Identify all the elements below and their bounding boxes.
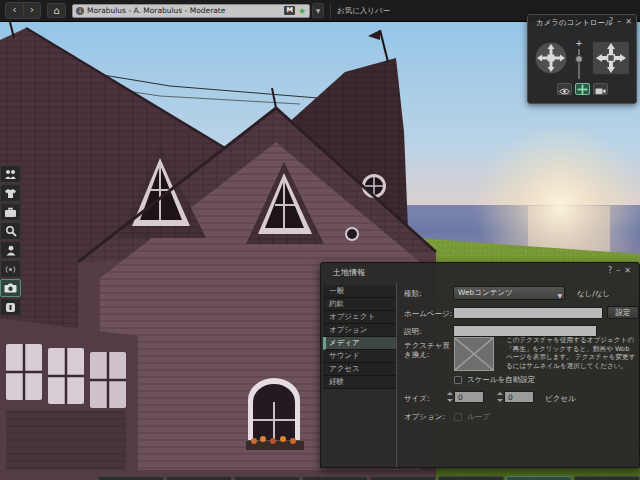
preset-mode-button[interactable]	[593, 83, 608, 95]
back-button[interactable]: ‹	[6, 3, 23, 18]
bottom-button[interactable]	[234, 476, 300, 480]
bottom-button[interactable]	[302, 476, 368, 480]
media-type-dropdown[interactable]: Webコンテンツ ▼	[453, 286, 565, 300]
pixels-label: ピクセル	[545, 394, 576, 404]
flag-icon	[5, 302, 16, 313]
camera-floater-buttons: ? – ✕	[609, 17, 632, 27]
movie-camera-icon	[595, 80, 606, 99]
bottom-button[interactable]	[370, 476, 436, 480]
bottom-toolbar	[98, 476, 640, 480]
bottom-button[interactable]	[438, 476, 504, 480]
homepage-label: ホームページ:	[404, 309, 452, 319]
people-icon	[4, 169, 17, 180]
tab-covenant[interactable]: 約款	[323, 298, 396, 311]
homepage-input[interactable]	[453, 307, 603, 319]
autoscale-checkbox[interactable]	[454, 376, 462, 384]
size-label: サイズ:	[404, 394, 430, 404]
chevron-down-icon: ▼	[557, 290, 562, 302]
eye-icon	[559, 80, 570, 99]
avatar-icon	[5, 245, 17, 256]
orbit-mode-button[interactable]	[557, 83, 572, 95]
autoscale-label: スケールを自動設定	[467, 375, 535, 385]
media-type-label: 種類:	[404, 289, 422, 299]
home-button[interactable]: ⌂	[47, 3, 66, 18]
voice-broadcast-icon	[4, 264, 17, 275]
tab-options[interactable]: オプション	[323, 324, 396, 337]
texture-thumbnail[interactable]	[454, 337, 494, 371]
size-height-value[interactable]: 0	[504, 391, 534, 403]
bottom-button[interactable]	[166, 476, 232, 480]
help-button[interactable]: ?	[609, 17, 613, 27]
camera-controls-floater[interactable]: カメラのコントロール ? – ✕ + −	[527, 14, 637, 104]
minimize-button[interactable]: –	[617, 17, 621, 27]
location-dropdown-button[interactable]: ▼	[312, 3, 324, 18]
bottom-button[interactable]	[506, 476, 572, 480]
camera-mode-buttons	[557, 83, 608, 95]
forward-button[interactable]: ›	[23, 3, 40, 18]
camera-orbit-pad[interactable]	[534, 41, 568, 79]
camera-pan-pad[interactable]	[592, 41, 630, 79]
favorite-star-icon[interactable]: ★	[298, 6, 306, 16]
size-height-spinner[interactable]: 0	[497, 391, 534, 403]
loop-checkbox[interactable]	[454, 413, 462, 421]
move-cross-icon	[577, 80, 588, 99]
zoom-in-label[interactable]: +	[572, 39, 586, 48]
close-button[interactable]: ✕	[624, 266, 631, 276]
location-bar[interactable]: i Morabulus - A. Morabulus - Moderate M …	[72, 4, 310, 18]
size-width-value[interactable]: 0	[454, 391, 484, 403]
dialog-title: 土地情報	[333, 267, 365, 278]
favorites-bar-label: お気に入りバー	[337, 6, 390, 16]
size-width-spinner[interactable]: 0	[447, 391, 484, 403]
search-icon	[5, 225, 17, 237]
bottom-button[interactable]	[98, 476, 164, 480]
blank-texture-icon	[455, 338, 493, 370]
location-text[interactable]: Morabulus - A. Morabulus - Moderate	[87, 6, 281, 15]
land-info-dialog[interactable]: 土地情報 ? – ✕ 一般 約款 オブジェクト オプション メディア サウンド …	[320, 262, 640, 468]
viewer-window: ‹ › ⌂ i Morabulus - A. Morabulus - Moder…	[0, 0, 640, 480]
dialog-buttons: ? – ✕	[608, 266, 631, 276]
tab-experiences[interactable]: 経験	[323, 376, 396, 389]
media-type-value: Webコンテンツ	[458, 288, 513, 297]
topbar-separator	[330, 4, 331, 18]
search-button[interactable]	[0, 222, 21, 240]
tab-access[interactable]: アクセス	[323, 363, 396, 376]
spinner-arrows[interactable]	[447, 391, 454, 403]
place-info-icon[interactable]: i	[76, 7, 84, 15]
description-label: 説明:	[404, 327, 422, 337]
inventory-button[interactable]	[0, 203, 21, 221]
tab-general[interactable]: 一般	[323, 285, 396, 298]
texture-label: テクスチャ置き換え:	[404, 341, 452, 359]
suitcase-icon	[4, 207, 17, 218]
nav-history-group: ‹ ›	[5, 2, 41, 19]
spinner-arrows[interactable]	[497, 391, 504, 403]
flag-button[interactable]	[0, 298, 21, 316]
avatar-button[interactable]	[0, 241, 21, 259]
set-button[interactable]: 設定	[607, 306, 639, 319]
zoom-slider-knob[interactable]	[575, 55, 583, 63]
pan-pad-icon	[592, 60, 630, 79]
zoom-slider-track[interactable]	[578, 49, 580, 79]
shirt-icon	[4, 188, 17, 199]
close-button[interactable]: ✕	[625, 17, 632, 27]
outfit-button[interactable]	[0, 184, 21, 202]
bottom-button[interactable]	[574, 476, 640, 480]
tab-content-separator	[396, 283, 397, 467]
maturity-badge: M	[284, 6, 294, 15]
tab-objects[interactable]: オブジェクト	[323, 311, 396, 324]
help-button[interactable]: ?	[608, 266, 612, 276]
camera-icon	[4, 283, 17, 293]
tab-sound[interactable]: サウンド	[323, 350, 396, 363]
pan-mode-button[interactable]	[575, 83, 590, 95]
snapshot-button[interactable]	[0, 279, 21, 297]
camera-floater-title: カメラのコントロール	[536, 18, 613, 28]
options-label: オプション:	[404, 412, 445, 422]
tab-media[interactable]: メディア	[323, 337, 396, 350]
dialog-tab-list: 一般 約款 オブジェクト オプション メディア サウンド アクセス 経験	[323, 285, 396, 389]
left-toolbar	[0, 165, 22, 316]
loop-label: ループ	[467, 412, 490, 422]
people-button[interactable]	[0, 165, 21, 183]
orbit-pad-icon	[534, 60, 568, 79]
voice-button[interactable]	[0, 260, 21, 278]
media-type-extra: なし/なし	[577, 289, 610, 299]
minimize-button[interactable]: –	[616, 266, 620, 276]
